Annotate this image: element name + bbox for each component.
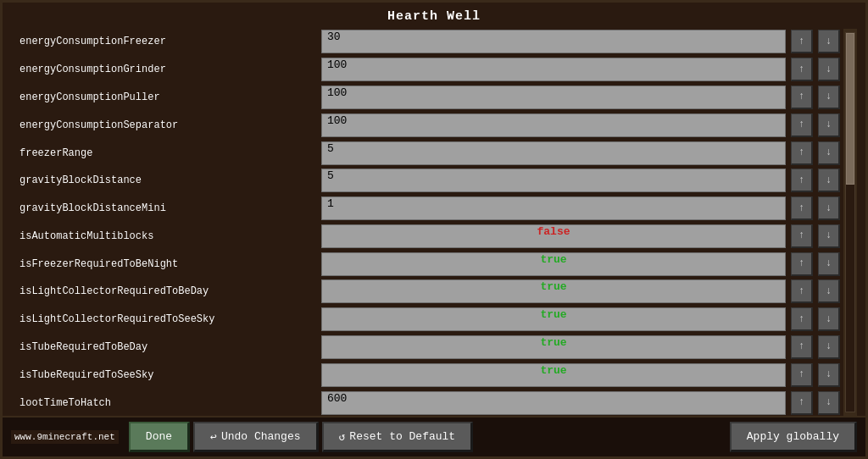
setting-down-isLightCollectorRequiredToSeeSky[interactable]: ↓ — [818, 307, 840, 331]
table-row: isTubeRequiredToBeDaytrue↑↓ — [11, 335, 840, 361]
setting-label-freezerRange: freezerRange — [11, 147, 316, 159]
setting-label-isLightCollectorRequiredToSeeSky: isLightCollectorRequiredToSeeSky — [11, 313, 316, 325]
setting-value-isAutomaticMultiblocks[interactable]: false — [321, 224, 786, 248]
table-row: energyConsumptionPuller100↑↓ — [11, 85, 840, 111]
setting-down-isFreezerRequiredToBeNight[interactable]: ↓ — [818, 252, 840, 276]
setting-value-lootTimeToHatch[interactable]: 600 — [321, 391, 786, 415]
setting-up-gravityBlockDistanceMini[interactable]: ↑ — [791, 196, 813, 220]
reset-label: Reset to Default — [349, 430, 455, 443]
setting-label-energyConsumptionPuller: energyConsumptionPuller — [11, 91, 316, 103]
setting-down-lootTimeToHatch[interactable]: ↓ — [818, 391, 840, 415]
undo-button[interactable]: ↩ Undo Changes — [193, 422, 318, 452]
table-row: lootTimeToHatch600↑↓ — [11, 390, 840, 416]
setting-value-isTubeRequiredToBeDay[interactable]: true — [321, 335, 786, 359]
setting-value-isFreezerRequiredToBeNight[interactable]: true — [321, 252, 786, 276]
setting-label-lootTimeToHatch: lootTimeToHatch — [11, 397, 316, 409]
setting-down-gravityBlockDistance[interactable]: ↓ — [818, 169, 840, 192]
setting-value-energyConsumptionPuller[interactable]: 100 — [321, 86, 786, 109]
setting-value-energyConsumptionFreezer[interactable]: 30 — [321, 30, 786, 53]
table-row: isAutomaticMultiblocksfalse↑↓ — [11, 223, 840, 249]
setting-value-energyConsumptionGrinder[interactable]: 100 — [321, 58, 786, 81]
scrollbar[interactable] — [843, 29, 857, 416]
setting-label-isLightCollectorRequiredToBeDay: isLightCollectorRequiredToBeDay — [11, 285, 316, 297]
setting-up-energyConsumptionPuller[interactable]: ↑ — [791, 86, 813, 109]
watermark: www.9minecraft.net — [11, 430, 119, 444]
setting-down-gravityBlockDistanceMini[interactable]: ↓ — [818, 196, 840, 220]
setting-value-isTubeRequiredToSeeSky[interactable]: true — [321, 363, 786, 387]
table-row: freezerRange5↑↓ — [11, 140, 840, 166]
window-title: Hearth Well — [3, 3, 865, 29]
setting-down-isLightCollectorRequiredToBeDay[interactable]: ↓ — [818, 279, 840, 303]
setting-label-isAutomaticMultiblocks: isAutomaticMultiblocks — [11, 230, 316, 242]
undo-icon: ↩ — [210, 430, 217, 444]
setting-value-isLightCollectorRequiredToSeeSky[interactable]: true — [321, 307, 786, 331]
setting-down-isAutomaticMultiblocks[interactable]: ↓ — [818, 224, 840, 248]
setting-up-energyConsumptionGrinder[interactable]: ↑ — [791, 58, 813, 81]
table-row: isFreezerRequiredToBeNighttrue↑↓ — [11, 251, 840, 277]
setting-label-gravityBlockDistanceMini: gravityBlockDistanceMini — [11, 202, 316, 214]
setting-value-gravityBlockDistanceMini[interactable]: 1 — [321, 196, 786, 220]
setting-up-freezerRange[interactable]: ↑ — [791, 141, 813, 165]
setting-down-energyConsumptionGrinder[interactable]: ↓ — [818, 58, 840, 81]
settings-list: energyConsumptionFreezer30↑↓energyConsum… — [11, 29, 843, 416]
setting-label-energyConsumptionFreezer: energyConsumptionFreezer — [11, 36, 316, 47]
undo-label: Undo Changes — [221, 430, 301, 443]
content-area: energyConsumptionFreezer30↑↓energyConsum… — [3, 29, 865, 416]
table-row: energyConsumptionGrinder100↑↓ — [11, 57, 840, 83]
setting-down-freezerRange[interactable]: ↓ — [818, 141, 840, 165]
done-button[interactable]: Done — [129, 422, 190, 452]
setting-label-energyConsumptionGrinder: energyConsumptionGrinder — [11, 64, 316, 75]
setting-value-isLightCollectorRequiredToBeDay[interactable]: true — [321, 279, 786, 303]
setting-label-isTubeRequiredToBeDay: isTubeRequiredToBeDay — [11, 341, 316, 353]
setting-up-isAutomaticMultiblocks[interactable]: ↑ — [791, 224, 813, 248]
setting-label-isFreezerRequiredToBeNight: isFreezerRequiredToBeNight — [11, 258, 316, 270]
table-row: gravityBlockDistanceMini1↑↓ — [11, 196, 840, 222]
setting-up-isTubeRequiredToSeeSky[interactable]: ↑ — [791, 363, 813, 387]
setting-up-isLightCollectorRequiredToBeDay[interactable]: ↑ — [791, 279, 813, 303]
setting-value-freezerRange[interactable]: 5 — [321, 141, 786, 165]
apply-globally-button[interactable]: Apply globally — [730, 422, 857, 452]
setting-up-isTubeRequiredToBeDay[interactable]: ↑ — [791, 335, 813, 359]
setting-down-isTubeRequiredToSeeSky[interactable]: ↓ — [818, 363, 840, 387]
setting-value-energyConsumptionSeparator[interactable]: 100 — [321, 113, 786, 137]
setting-up-lootTimeToHatch[interactable]: ↑ — [791, 391, 813, 415]
setting-down-energyConsumptionPuller[interactable]: ↓ — [818, 86, 840, 109]
setting-up-isFreezerRequiredToBeNight[interactable]: ↑ — [791, 252, 813, 276]
table-row: isLightCollectorRequiredToSeeSkytrue↑↓ — [11, 307, 840, 333]
reset-icon: ↺ — [339, 430, 346, 444]
setting-down-energyConsumptionSeparator[interactable]: ↓ — [818, 113, 840, 137]
setting-value-gravityBlockDistance[interactable]: 5 — [321, 169, 786, 192]
setting-label-isTubeRequiredToSeeSky: isTubeRequiredToSeeSky — [11, 369, 316, 381]
setting-label-gravityBlockDistance: gravityBlockDistance — [11, 174, 316, 186]
setting-down-isTubeRequiredToBeDay[interactable]: ↓ — [818, 335, 840, 359]
bottom-bar: www.9minecraft.net Done ↩ Undo Changes ↺… — [3, 416, 865, 456]
table-row: energyConsumptionSeparator100↑↓ — [11, 112, 840, 138]
scrollbar-thumb[interactable] — [846, 33, 854, 185]
table-row: isTubeRequiredToSeeSkytrue↑↓ — [11, 362, 840, 388]
table-row: isLightCollectorRequiredToBeDaytrue↑↓ — [11, 279, 840, 305]
setting-up-gravityBlockDistance[interactable]: ↑ — [791, 169, 813, 192]
reset-button[interactable]: ↺ Reset to Default — [322, 422, 474, 452]
settings-screen: Hearth Well energyConsumptionFreezer30↑↓… — [0, 0, 868, 459]
setting-label-energyConsumptionSeparator: energyConsumptionSeparator — [11, 119, 316, 131]
table-row: energyConsumptionFreezer30↑↓ — [11, 29, 840, 55]
setting-down-energyConsumptionFreezer[interactable]: ↓ — [818, 30, 840, 53]
table-row: gravityBlockDistance5↑↓ — [11, 168, 840, 194]
setting-up-energyConsumptionSeparator[interactable]: ↑ — [791, 113, 813, 137]
scrollbar-track[interactable] — [845, 32, 855, 412]
setting-up-isLightCollectorRequiredToSeeSky[interactable]: ↑ — [791, 307, 813, 331]
setting-up-energyConsumptionFreezer[interactable]: ↑ — [791, 30, 813, 53]
